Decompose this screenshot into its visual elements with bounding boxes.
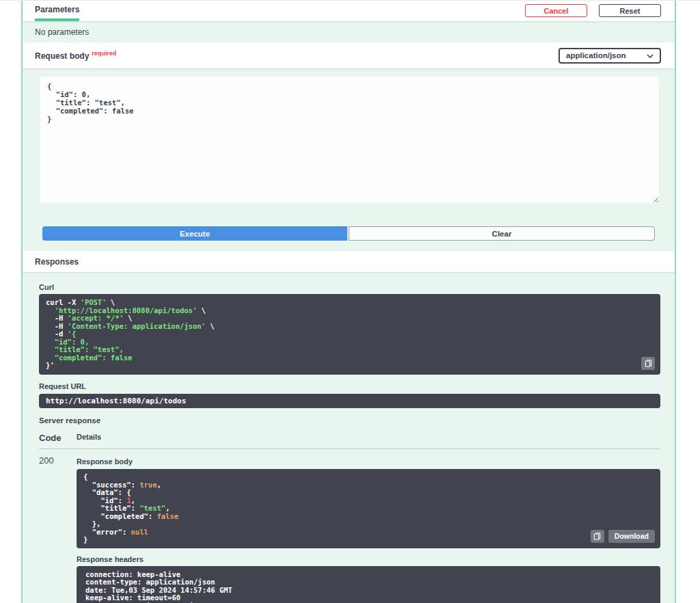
response-body-actions: Download <box>591 530 655 543</box>
request-url-label: Request URL <box>39 382 660 390</box>
content-type-value: application/json <box>566 51 626 59</box>
execute-button[interactable]: Execute <box>42 226 347 241</box>
copy-to-clipboard-icon[interactable] <box>641 357 655 370</box>
request-body-title: Request bodyrequired <box>35 50 116 61</box>
required-badge: required <box>92 50 116 57</box>
code-column-header: Code <box>39 433 77 443</box>
clear-button[interactable]: Clear <box>349 226 655 241</box>
request-body-header: Request bodyrequired application/json <box>23 42 675 68</box>
curl-command: curl -X 'POST' \ 'http://localhost:8080/… <box>39 294 660 375</box>
response-body-block: { "success": true, "data": { "id": 1, "t… <box>77 469 660 548</box>
response-table-header: Code Details <box>39 433 660 449</box>
response-row-200: 200 Response body { "success": true, "da… <box>39 449 660 603</box>
curl-label: Curl <box>39 283 660 291</box>
request-body-editor[interactable]: { "id": 0, "title": "test", "completed":… <box>40 77 659 203</box>
no-parameters-text: No parameters <box>23 21 675 42</box>
swagger-page: Parameters Cancel Reset No parameters Re… <box>0 0 700 603</box>
opblock-post: Parameters Cancel Reset No parameters Re… <box>21 0 676 603</box>
response-body-label: Response body <box>77 457 660 466</box>
request-body-label: Request body <box>35 51 89 61</box>
content-type-select[interactable]: application/json <box>558 48 661 64</box>
status-code: 200 <box>39 455 77 603</box>
cancel-button[interactable]: Cancel <box>525 4 587 17</box>
download-button[interactable]: Download <box>608 530 655 543</box>
server-response-label: Server response <box>39 416 660 425</box>
header-buttons: Cancel Reset <box>525 0 661 21</box>
responses-header: Responses <box>23 251 675 272</box>
execute-row: Execute Clear <box>42 226 655 241</box>
responses-title: Responses <box>35 257 79 267</box>
responses-content: Curl curl -X 'POST' \ 'http://localhost:… <box>23 283 675 603</box>
curl-block: curl -X 'POST' \ 'http://localhost:8080/… <box>39 294 660 375</box>
parameters-header: Parameters Cancel Reset <box>23 0 675 21</box>
request-url-value: http://localhost:8080/api/todos <box>39 394 660 409</box>
response-headers-label: Response headers <box>77 555 660 563</box>
copy-to-clipboard-icon[interactable] <box>591 530 604 543</box>
chevron-down-icon <box>647 51 654 59</box>
request-body-editor-area: { "id": 0, "title": "test", "completed":… <box>23 68 675 211</box>
response-body-json: { "success": true, "data": { "id": 1, "t… <box>77 469 660 548</box>
tab-parameters[interactable]: Parameters <box>35 0 79 21</box>
response-details: Response body { "success": true, "data":… <box>77 455 660 603</box>
details-column-header: Details <box>77 433 101 443</box>
reset-button[interactable]: Reset <box>599 4 661 17</box>
response-headers-value: connection: keep-alive content-type: app… <box>77 566 660 603</box>
